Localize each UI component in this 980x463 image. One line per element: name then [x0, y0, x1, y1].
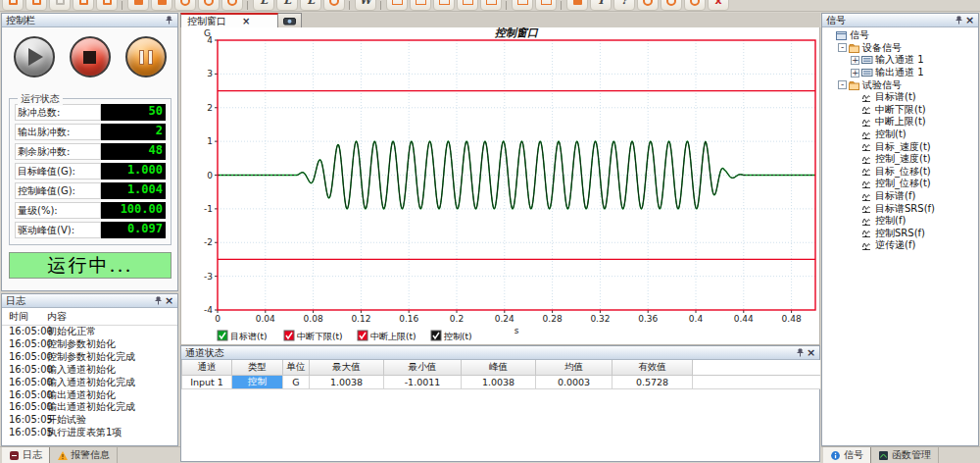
- toolbar-button[interactable]: [457, 0, 478, 11]
- tree-item[interactable]: 目标谱(t): [822, 91, 978, 104]
- tree-item[interactable]: 中断上限(t): [822, 116, 978, 129]
- legend-checkbox[interactable]: [284, 331, 294, 340]
- legend-checkbox[interactable]: [358, 331, 368, 340]
- toolbar-button[interactable]: [221, 0, 243, 11]
- tab-log[interactable]: 日志: [2, 447, 50, 463]
- toolbar-button[interactable]: W: [355, 0, 376, 11]
- tab-function-manager[interactable]: 函数管理: [871, 447, 939, 463]
- tab-signal[interactable]: 信号: [823, 447, 871, 463]
- toolbar-button[interactable]: L: [300, 0, 321, 11]
- channel-column-header[interactable]: 通道: [182, 360, 232, 375]
- log-row[interactable]: 16:05:00控制参数初始化: [2, 338, 177, 351]
- tree-item[interactable]: 信号: [822, 29, 978, 42]
- tree-item[interactable]: 目标_位移(t): [822, 166, 978, 179]
- toolbar-button[interactable]: [174, 0, 196, 11]
- toolbar-button[interactable]: [127, 0, 149, 11]
- tree-item[interactable]: 目标谱SRS(f): [822, 202, 978, 215]
- tree-expander[interactable]: +: [851, 69, 859, 77]
- tree-item[interactable]: 目标_速度(t): [822, 140, 978, 153]
- legend-checkbox[interactable]: [218, 331, 227, 340]
- toolbar-button[interactable]: [96, 0, 118, 11]
- toolbar-button[interactable]: ?: [613, 0, 635, 11]
- toolbar-button-icon: [573, 0, 582, 5]
- toolbar-button[interactable]: [73, 0, 94, 11]
- toolbar-button-icon: [541, 0, 552, 5]
- toolbar-button[interactable]: L: [276, 0, 298, 11]
- tree-expander[interactable]: -: [838, 43, 847, 52]
- log-row[interactable]: 16:05:00输入通道初始化完成: [2, 377, 177, 389]
- toolbar-button[interactable]: [2, 0, 24, 11]
- toolbar-button[interactable]: [566, 0, 588, 11]
- log-row[interactable]: 16:05:00输入通道初始化: [2, 364, 177, 377]
- toolbar-button[interactable]: [323, 0, 345, 11]
- tree-item[interactable]: 目标谱(f): [822, 190, 978, 203]
- log-row[interactable]: 16:05:00输出通道初始化: [2, 389, 177, 402]
- tree-item[interactable]: 中断下限(t): [822, 104, 978, 117]
- channel-table-row[interactable]: Input 1控制G1.0038-1.00111.00380.00030.572…: [182, 375, 820, 388]
- toolbar-button[interactable]: [49, 0, 71, 11]
- chart-canvas[interactable]: 控制窗口Gs00.040.080.120.160.20.240.280.320.…: [181, 27, 819, 343]
- pin-icon[interactable]: [164, 15, 174, 26]
- toolbar-button[interactable]: [386, 0, 408, 11]
- toolbar-button[interactable]: [410, 0, 431, 11]
- tree-item[interactable]: 控制_位移(t): [822, 178, 978, 190]
- channel-column-header[interactable]: 峰值: [462, 360, 536, 375]
- channel-column-header[interactable]: 最小值: [384, 360, 462, 375]
- tree-item[interactable]: 控制SRS(f): [822, 228, 978, 240]
- pin-icon[interactable]: [954, 15, 964, 26]
- toolbar-button[interactable]: [151, 0, 172, 11]
- channel-column-header[interactable]: 均值: [536, 360, 612, 375]
- log-row[interactable]: 16:05:00输出通道初始化完成: [2, 401, 177, 414]
- channel-column-header[interactable]: 类型: [232, 360, 283, 375]
- pin-icon[interactable]: [153, 295, 164, 306]
- pin-icon[interactable]: [795, 347, 806, 358]
- status-field-label: 量级(%):: [15, 202, 101, 219]
- toolbar-button[interactable]: [198, 0, 220, 11]
- tab-close-icon[interactable]: ×: [242, 17, 250, 26]
- log-time: 16:05:00: [2, 377, 47, 389]
- toolbar-button[interactable]: [637, 0, 659, 11]
- window-capture-icon[interactable]: [278, 13, 302, 27]
- tree-item[interactable]: 控制(t): [822, 129, 978, 141]
- stop-button[interactable]: [70, 36, 111, 77]
- toolbar-button[interactable]: L: [253, 0, 274, 11]
- toolbar-button[interactable]: [661, 0, 682, 11]
- tree-item[interactable]: -设备信号: [822, 42, 978, 55]
- channel-column-header[interactable]: 最大值: [310, 360, 384, 375]
- tree-item[interactable]: -试验信号: [822, 78, 978, 91]
- log-time: 16:05:00: [2, 401, 47, 414]
- control-bar-titlebar: 控制栏: [2, 14, 177, 27]
- toolbar-button[interactable]: [535, 0, 557, 11]
- tree-expander[interactable]: +: [851, 56, 859, 65]
- toolbar-button[interactable]: [512, 0, 533, 11]
- channel-column-header[interactable]: 单位: [283, 360, 310, 375]
- log-row[interactable]: 16:05:05开始试验: [2, 414, 177, 427]
- log-row[interactable]: 16:05:00初始化正常: [2, 326, 177, 338]
- legend-checkbox[interactable]: [431, 331, 441, 340]
- close-icon[interactable]: ×: [806, 347, 816, 358]
- toolbar-button[interactable]: [25, 0, 47, 11]
- toolbar-separator: [122, 1, 122, 10]
- close-icon[interactable]: ×: [164, 295, 174, 306]
- tree-expander[interactable]: -: [838, 80, 847, 89]
- tab-control-window[interactable]: 控制窗口 ×: [180, 13, 278, 27]
- log-row[interactable]: 16:05:00控制参数初始化完成: [2, 351, 177, 364]
- toolbar-button[interactable]: [433, 0, 455, 11]
- tab-alarm-info[interactable]: 报警信息: [50, 447, 118, 463]
- toolbar-button[interactable]: [684, 0, 706, 11]
- tree-item[interactable]: +输入通道 1: [822, 54, 978, 67]
- channel-column-header[interactable]: 有效值: [612, 360, 693, 375]
- tree-item[interactable]: 控制_速度(t): [822, 153, 978, 166]
- toolbar-button[interactable]: T: [590, 0, 612, 11]
- toolbar-button-icon: [56, 0, 65, 5]
- toolbar-button[interactable]: [480, 0, 502, 11]
- start-button[interactable]: [14, 36, 55, 77]
- tree-item[interactable]: 逆传递(f): [822, 239, 978, 252]
- close-icon[interactable]: ×: [964, 15, 975, 26]
- tree-item[interactable]: 控制(f): [822, 215, 978, 228]
- toolbar-button[interactable]: x: [708, 0, 729, 11]
- info-icon: [830, 450, 841, 461]
- pause-button[interactable]: [125, 36, 167, 77]
- tree-item[interactable]: +输出通道 1: [822, 67, 978, 79]
- log-row[interactable]: 16:05:05执行进度表第1项: [2, 427, 177, 439]
